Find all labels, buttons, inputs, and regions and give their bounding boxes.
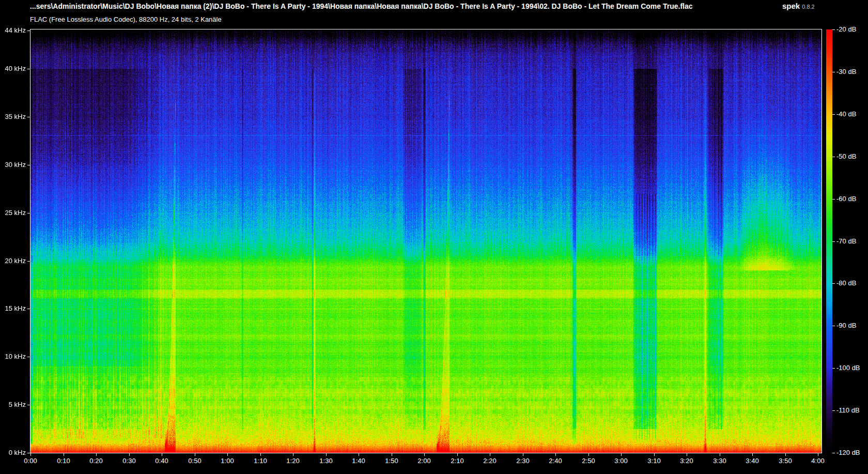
time-tick	[523, 453, 523, 456]
time-tick	[490, 453, 490, 456]
time-tick	[195, 453, 195, 456]
time-tick	[457, 453, 458, 456]
freq-axis-label: 35 kHz	[0, 113, 26, 121]
freq-axis-label: 5 kHz	[0, 401, 26, 409]
db-axis-label: -120 dB	[836, 449, 860, 457]
time-tick	[752, 453, 753, 456]
time-axis-label: 2:40	[540, 457, 571, 465]
db-tick	[832, 157, 835, 157]
time-axis-label: 1:10	[245, 457, 276, 465]
db-tick	[832, 241, 835, 242]
spek-window: ...sers\Administrator\Music\DJ Bobo\Нова…	[0, 0, 868, 474]
time-tick	[720, 453, 720, 456]
time-axis-label: 2:50	[573, 457, 604, 465]
freq-tick	[27, 69, 30, 69]
freq-axis-label: 40 kHz	[0, 65, 26, 73]
time-axis-label: 1:50	[376, 457, 407, 465]
db-tick	[832, 283, 835, 284]
time-tick	[392, 453, 392, 456]
freq-axis-label: 30 kHz	[0, 161, 26, 169]
db-axis-label: -40 dB	[836, 110, 856, 118]
time-axis-label: 3:30	[704, 457, 735, 465]
db-axis-label: -110 dB	[836, 406, 860, 415]
freq-tick	[27, 30, 30, 31]
freq-axis-label: 44 kHz	[0, 26, 26, 35]
time-axis-label: 2:20	[474, 457, 505, 465]
db-tick	[832, 410, 835, 411]
freq-tick	[27, 405, 30, 405]
file-path-title: ...sers\Administrator\Music\DJ Bobo\Нова…	[30, 2, 780, 11]
app-name: spek	[782, 2, 800, 10]
freq-axis-label: 10 kHz	[0, 353, 26, 361]
freq-axis-label: 15 kHz	[0, 304, 26, 313]
colorbar	[826, 29, 832, 453]
db-tick	[832, 199, 835, 200]
time-axis-label: 3:20	[671, 457, 702, 465]
time-tick	[260, 453, 261, 456]
spectrogram-canvas	[30, 29, 822, 453]
freq-tick	[27, 357, 30, 357]
db-axis-label: -30 dB	[836, 68, 856, 76]
time-axis-label: 0:50	[179, 457, 210, 465]
time-axis-label: 1:20	[277, 457, 308, 465]
time-tick	[162, 453, 162, 456]
time-tick	[227, 453, 228, 456]
time-axis-label: 0:20	[81, 457, 112, 465]
file-info: FLAC (Free Lossless Audio Codec), 88200 …	[30, 16, 222, 23]
time-axis-label: 2:10	[442, 457, 473, 465]
time-axis-label: 2:00	[409, 457, 440, 465]
time-axis-label: 2:30	[507, 457, 538, 465]
db-tick	[832, 453, 835, 453]
time-axis-label: 3:50	[770, 457, 801, 465]
db-tick	[832, 114, 835, 115]
db-axis-label: -80 dB	[836, 279, 856, 287]
time-tick	[555, 453, 556, 456]
app-version: 0.8.2	[802, 4, 814, 10]
time-axis-label: 1:00	[212, 457, 243, 465]
freq-axis-label: 25 kHz	[0, 209, 26, 217]
time-tick	[818, 453, 818, 456]
time-tick	[621, 453, 622, 456]
time-axis-label: 0:10	[48, 457, 79, 465]
time-tick	[96, 453, 97, 456]
db-axis-label: -100 dB	[836, 364, 860, 372]
freq-axis-label: 20 kHz	[0, 257, 26, 265]
time-tick	[359, 453, 359, 456]
time-tick	[588, 453, 589, 456]
freq-tick	[27, 165, 30, 165]
time-tick	[687, 453, 687, 456]
time-axis-label: 0:30	[114, 457, 145, 465]
db-tick	[832, 326, 835, 326]
time-axis-label: 3:00	[606, 457, 637, 465]
freq-tick	[27, 117, 30, 117]
db-tick	[832, 29, 835, 30]
time-axis-label: 3:40	[737, 457, 768, 465]
db-axis-label: -90 dB	[836, 322, 856, 330]
db-axis-label: -70 dB	[836, 237, 856, 246]
freq-tick	[27, 309, 30, 309]
time-tick	[424, 453, 425, 456]
db-axis-label: -50 dB	[836, 152, 856, 161]
db-tick	[832, 368, 835, 369]
freq-tick	[27, 453, 30, 453]
db-tick	[832, 72, 835, 72]
time-tick	[654, 453, 655, 456]
time-tick	[785, 453, 786, 456]
freq-tick	[27, 213, 30, 213]
time-axis-label: 1:30	[311, 457, 342, 465]
time-tick	[326, 453, 327, 456]
db-axis-label: -20 dB	[836, 25, 856, 34]
db-axis-label: -60 dB	[836, 195, 856, 203]
time-axis-label: 0:00	[15, 457, 46, 465]
freq-axis-label: 0 kHz	[0, 449, 26, 457]
time-tick	[64, 453, 64, 456]
time-axis-label: 4:00	[802, 457, 833, 465]
time-axis-label: 1:40	[343, 457, 374, 465]
freq-tick	[27, 261, 30, 262]
time-tick	[129, 453, 130, 456]
app-logo: spek0.8.2	[782, 2, 815, 11]
time-tick	[30, 453, 31, 456]
time-tick	[293, 453, 293, 456]
time-axis-label: 3:10	[639, 457, 670, 465]
time-axis-label: 0:40	[146, 457, 177, 465]
